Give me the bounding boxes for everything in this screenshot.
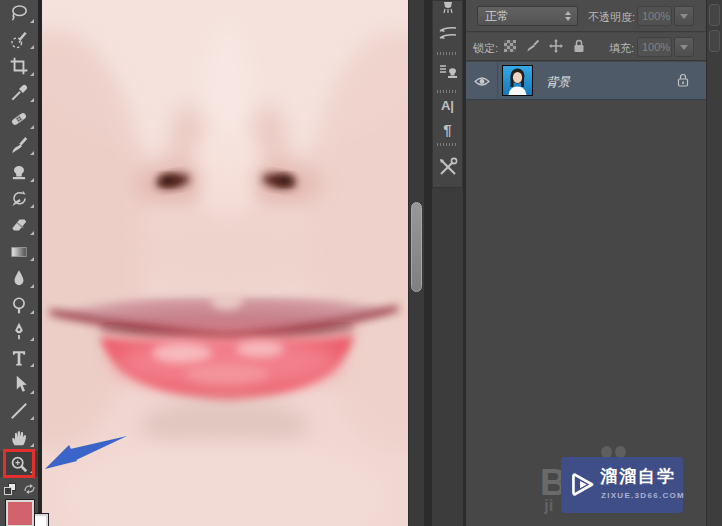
gradient-icon	[9, 242, 29, 262]
layer-row-background[interactable]: 背景	[466, 62, 706, 100]
blend-mode-select[interactable]: 正常	[477, 6, 578, 26]
tool-lasso[interactable]	[0, 0, 38, 27]
type-icon	[9, 348, 29, 368]
scrollbar-thumb[interactable]	[411, 202, 422, 292]
tool-path-selection[interactable]	[0, 371, 38, 398]
crop-icon	[9, 56, 29, 76]
panel-group-grip	[437, 90, 458, 93]
annotation-highlight-box	[3, 449, 35, 478]
layer-locked-icon	[677, 73, 689, 91]
tools-toolbar	[0, 0, 38, 526]
play-logo-icon	[568, 470, 597, 499]
layer-visibility-toggle[interactable]	[466, 62, 498, 100]
pen-icon	[9, 321, 29, 341]
line-icon	[9, 401, 29, 421]
down-arrow-icon	[680, 14, 688, 19]
tool-hand[interactable]	[0, 424, 38, 451]
eye-icon	[474, 76, 490, 87]
watermark-title: 溜溜自学	[600, 465, 676, 488]
clone-source-icon	[438, 62, 458, 82]
panel-icon-cells: A| ¶	[432, 0, 463, 188]
fill-label: 填充:	[606, 41, 634, 56]
brush-lock-icon	[526, 39, 540, 53]
checkerboard-icon	[504, 40, 516, 52]
lock-label: 锁定:	[473, 41, 498, 56]
fill-dropdown-button[interactable]	[674, 37, 694, 57]
edge-button[interactable]	[709, 4, 720, 26]
tool-pen[interactable]	[0, 318, 38, 345]
foreground-color-swatch[interactable]	[6, 500, 34, 526]
tool-blur[interactable]	[0, 265, 38, 292]
tool-spot-healing-brush[interactable]	[0, 106, 38, 133]
tool-eraser[interactable]	[0, 212, 38, 239]
brush-icon	[9, 136, 29, 156]
photoshop-window: A| ¶ 正常 不透明度: 100%	[0, 0, 722, 526]
layer-thumbnail[interactable]	[502, 65, 533, 96]
lock-position-button[interactable]	[548, 38, 564, 54]
watermark: 溜溜自学 ZIXUE.3D66.COM	[561, 457, 683, 513]
opacity-dropdown-button[interactable]	[674, 6, 694, 26]
tool-clone-stamp[interactable]	[0, 159, 38, 186]
tool-history-brush[interactable]	[0, 186, 38, 213]
panel-icon-brush-panel[interactable]	[433, 1, 462, 15]
history-brush-icon	[9, 189, 29, 209]
tool-presets-icon	[438, 157, 458, 177]
path-selection-icon	[9, 374, 29, 394]
down-arrow-icon	[680, 45, 688, 50]
toolbar-color-controls	[0, 479, 38, 526]
layer-name: 背景	[546, 74, 570, 91]
lock-buttons	[502, 38, 587, 54]
canvas-scrollbar[interactable]	[408, 0, 424, 526]
padlock-icon	[573, 39, 585, 53]
panel-icon-brush-presets[interactable]	[433, 16, 462, 50]
dodge-icon	[9, 295, 29, 315]
default-colors-icon[interactable]	[4, 483, 17, 496]
brush-panel-icon	[439, 2, 457, 14]
opacity-label: 不透明度:	[588, 10, 635, 25]
tool-line[interactable]	[0, 398, 38, 425]
eraser-icon	[9, 215, 29, 235]
tool-crop[interactable]	[0, 53, 38, 80]
opacity-value[interactable]: 100%	[637, 6, 672, 26]
watermark-subtitle: ZIXUE.3D66.COM	[601, 491, 685, 500]
edge-button[interactable]	[709, 30, 720, 52]
panel-group-grip	[437, 143, 458, 146]
tool-quick-selection[interactable]	[0, 27, 38, 54]
divider	[424, 0, 432, 526]
clone-stamp-icon	[9, 162, 29, 182]
tool-eyedropper[interactable]	[0, 80, 38, 107]
eyedropper-icon	[9, 83, 29, 103]
lock-all-button[interactable]	[571, 38, 587, 54]
panel-icon-tool-presets[interactable]	[433, 147, 462, 187]
quick-selection-icon	[9, 30, 29, 50]
faded-letter: ji	[544, 496, 553, 516]
updown-arrows-icon	[565, 11, 571, 21]
blend-opacity-row: 正常 不透明度: 100%	[466, 0, 706, 32]
blur-icon	[9, 268, 29, 288]
character-panel-icon: A|	[441, 98, 454, 113]
panel-icon-clone-source[interactable]	[433, 57, 462, 87]
panel-group-grip	[437, 52, 458, 55]
brush-presets-icon	[438, 23, 458, 43]
swap-colors-icon[interactable]	[23, 483, 36, 495]
lock-transparent-pixels-button[interactable]	[502, 38, 518, 54]
collapsed-panels-strip: A| ¶	[432, 0, 463, 526]
tool-type[interactable]	[0, 345, 38, 372]
move-lock-icon	[549, 39, 563, 53]
panel-icon-character[interactable]: A|	[433, 94, 462, 117]
fill-value[interactable]: 100%	[637, 37, 672, 57]
lasso-icon	[9, 3, 29, 23]
tool-gradient[interactable]	[0, 239, 38, 266]
lock-image-pixels-button[interactable]	[525, 38, 541, 54]
panel-icon-paragraph[interactable]: ¶	[433, 118, 462, 141]
layers-panel: 正常 不透明度: 100% 锁定:	[466, 0, 706, 526]
panel-edge-strip	[706, 0, 722, 526]
toolbar-divider	[38, 0, 42, 526]
portrait-thumbnail	[503, 66, 532, 95]
tool-brush[interactable]	[0, 133, 38, 160]
canvas-image[interactable]	[42, 0, 408, 526]
hand-icon	[9, 427, 29, 447]
tool-dodge[interactable]	[0, 292, 38, 319]
face-photo	[42, 0, 408, 526]
paragraph-panel-icon: ¶	[443, 121, 451, 138]
